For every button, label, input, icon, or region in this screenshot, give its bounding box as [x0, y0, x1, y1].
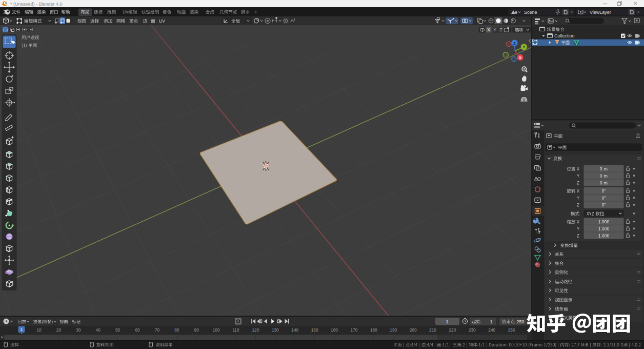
svg-text:160: 160	[331, 327, 338, 333]
svg-text:UV: UV	[159, 18, 165, 24]
svg-text:170: 170	[350, 327, 357, 333]
svg-text:70: 70	[155, 327, 160, 333]
svg-text:Z: Z	[499, 27, 502, 32]
svg-text:30: 30	[76, 327, 81, 333]
svg-text:210: 210	[429, 327, 436, 333]
svg-text:240: 240	[488, 327, 495, 333]
svg-text:220: 220	[449, 327, 456, 333]
svg-text:200: 200	[410, 327, 417, 333]
svg-text:130: 130	[272, 327, 279, 333]
svg-text:X: X	[519, 55, 522, 60]
svg-text:120: 120	[252, 327, 259, 333]
svg-text:10: 10	[36, 327, 42, 333]
svg-text:1: 1	[490, 319, 492, 324]
svg-text:20: 20	[56, 327, 62, 333]
svg-text:180: 180	[370, 327, 377, 333]
svg-text:Y: Y	[493, 27, 496, 32]
svg-text:Z: Z	[513, 41, 516, 46]
svg-text:90: 90	[194, 327, 199, 333]
svg-text:Y: Y	[522, 45, 526, 49]
svg-text:60: 60	[135, 327, 140, 333]
svg-text:110: 110	[232, 327, 239, 333]
svg-text:1: 1	[446, 319, 448, 324]
svg-text:140: 140	[291, 327, 298, 333]
svg-text:190: 190	[390, 327, 397, 333]
svg-text:100: 100	[213, 327, 220, 333]
svg-text:250: 250	[516, 319, 524, 324]
svg-text:Scene: Scene	[524, 10, 537, 15]
svg-text:50: 50	[115, 327, 120, 333]
svg-text:1: 1	[21, 327, 23, 332]
svg-text:×: ×	[570, 9, 573, 15]
svg-text:+: +	[254, 9, 257, 15]
svg-text:40: 40	[96, 327, 101, 333]
svg-text:ViewLayer: ViewLayer	[590, 10, 611, 15]
svg-text:Collection: Collection	[554, 33, 575, 38]
svg-text:×: ×	[637, 9, 640, 15]
svg-text:×: ×	[633, 0, 637, 7]
svg-text:80: 80	[174, 327, 179, 333]
svg-text:250: 250	[508, 327, 515, 333]
svg-text:150: 150	[311, 327, 318, 333]
svg-text:X: X	[487, 27, 490, 32]
svg-text:* (Unsaved) - Blender 4.0: * (Unsaved) - Blender 4.0	[10, 2, 63, 7]
svg-text:230: 230	[469, 327, 476, 333]
